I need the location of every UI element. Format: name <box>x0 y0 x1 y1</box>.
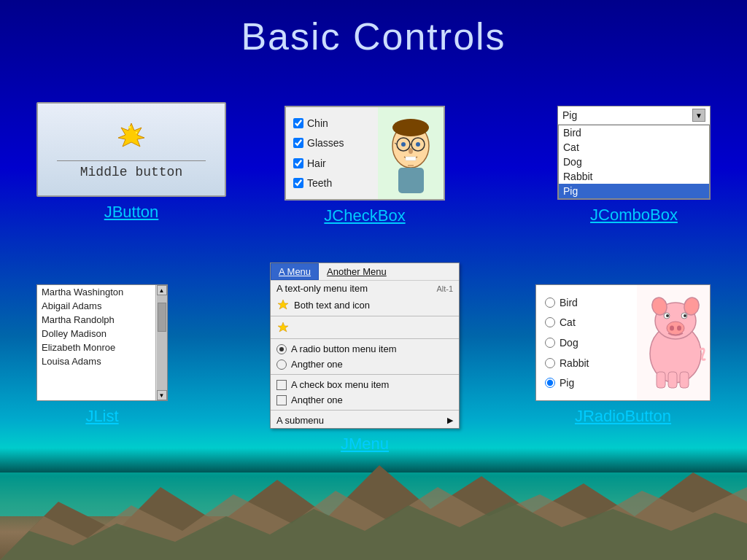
combobox-selected-value: Pig <box>562 109 577 121</box>
submenu-arrow-icon: ▶ <box>447 416 453 425</box>
radio-dog-label: Dog <box>560 337 578 349</box>
jlist-caption[interactable]: JList <box>36 407 168 426</box>
checkbox-hair[interactable]: Hair <box>293 158 371 169</box>
checkbox-hair-label: Hair <box>307 158 326 169</box>
button-label: Middle button <box>57 160 206 179</box>
checkbox-teeth-label: Teeth <box>307 177 332 189</box>
list-item[interactable]: Martha Washington <box>37 285 155 299</box>
svg-point-30 <box>666 314 669 317</box>
scroll-down-button[interactable]: ▼ <box>157 390 167 400</box>
radio-rabbit-input[interactable] <box>545 358 555 368</box>
scroll-thumb[interactable] <box>158 303 166 332</box>
jmenu-section: A Menu Another Menu A text-only menu ite… <box>270 262 460 454</box>
svg-point-27 <box>677 326 681 331</box>
svg-point-14 <box>416 142 420 147</box>
jmenu-caption[interactable]: JMenu <box>270 435 460 454</box>
radio-pig-input[interactable] <box>545 378 555 388</box>
radio-bird[interactable]: Bird <box>545 297 628 308</box>
menu-item-label: A radio button menu item <box>291 343 397 354</box>
menu-radio-checked <box>276 344 287 354</box>
menu-separator-3 <box>271 374 459 375</box>
menu-item-submenu[interactable]: A submenu ▶ <box>271 413 459 428</box>
menu-item-label: Both text and icon <box>294 300 370 311</box>
combobox-arrow-button[interactable]: ▼ <box>692 109 705 122</box>
menu-item-icon-text[interactable]: Both text and icon <box>271 296 459 314</box>
radio-bird-label: Bird <box>560 297 578 308</box>
menu-item-text-only[interactable]: A text-only menu item Alt-1 <box>271 281 459 296</box>
checkbox-chin[interactable]: Chin <box>293 117 371 129</box>
list-item[interactable]: Martha Randolph <box>37 313 155 327</box>
jlist-section: Martha Washington Abigail Adams Martha R… <box>36 284 168 426</box>
checkbox-teeth[interactable]: Teeth <box>293 177 371 189</box>
menu-separator-2 <box>271 338 459 339</box>
menu-item-checkbox-1[interactable]: A check box menu item <box>271 377 459 392</box>
radio-dog[interactable]: Dog <box>545 337 628 349</box>
radio-pig-label: Pig <box>560 377 574 389</box>
menu-bar: A Menu Another Menu <box>271 263 459 281</box>
menu-checkbox-1 <box>276 380 287 390</box>
jcheckbox-widget: Chin Glasses Hair Teeth <box>285 106 445 201</box>
jlist-scrollbar[interactable]: ▲ ▼ <box>155 285 167 400</box>
svg-point-8 <box>392 119 429 136</box>
jcheckbox-caption[interactable]: JCheckBox <box>285 206 445 225</box>
jcheckbox-section: Chin Glasses Hair Teeth <box>285 106 445 225</box>
scroll-up-button[interactable]: ▲ <box>157 285 167 295</box>
menu-shortcut: Alt-1 <box>436 284 453 293</box>
pig-svg <box>639 288 708 397</box>
menu-item-label: A check box menu item <box>291 379 389 390</box>
menu-bar-item-anothermenu[interactable]: Another Menu <box>319 263 395 280</box>
list-item[interactable]: Louisa Adams <box>37 354 155 368</box>
combobox-header[interactable]: Pig ▼ <box>558 106 710 125</box>
menu-item-label: Anqther one <box>291 394 343 405</box>
svg-rect-32 <box>657 372 665 388</box>
menu-radio-unchecked <box>276 359 287 370</box>
jbutton-section: Middle button JButton <box>36 102 226 222</box>
jbutton-caption[interactable]: JButton <box>36 203 226 222</box>
checkbox-hair-input[interactable] <box>293 158 303 168</box>
checkbox-chin-input[interactable] <box>293 118 303 128</box>
radio-pig[interactable]: Pig <box>545 377 628 389</box>
star-icon <box>115 120 148 153</box>
radio-rabbit[interactable]: Rabbit <box>545 357 628 369</box>
svg-rect-18 <box>398 168 424 193</box>
checkbox-chin-label: Chin <box>307 117 328 129</box>
menu-checkbox-2 <box>276 395 287 405</box>
menu-bar-item-amenu[interactable]: A Menu <box>271 263 319 280</box>
svg-rect-16 <box>406 157 416 160</box>
jlist-items: Martha Washington Abigail Adams Martha R… <box>37 285 155 400</box>
combobox-option-bird[interactable]: Bird <box>559 125 709 140</box>
checkbox-teeth-input[interactable] <box>293 178 303 188</box>
radio-dog-input[interactable] <box>545 338 555 348</box>
jcombobox-caption[interactable]: JComboBox <box>557 206 711 225</box>
radio-bird-input[interactable] <box>545 298 555 308</box>
combobox-dropdown: Bird Cat Dog Rabbit Pig <box>558 125 710 199</box>
menu-item-radio-unchecked[interactable]: Angther one <box>271 357 459 372</box>
cartoon-face <box>378 107 444 199</box>
menu-item-radio-checked[interactable]: A radio button menu item <box>271 341 459 357</box>
combobox-option-cat[interactable]: Cat <box>559 140 709 155</box>
svg-point-31 <box>684 314 686 317</box>
radio-cat[interactable]: Cat <box>545 316 628 328</box>
menu-item-icon-only[interactable] <box>271 319 459 336</box>
menu-star-icon <box>276 298 290 311</box>
combobox-option-pig[interactable]: Pig <box>559 184 709 198</box>
list-item[interactable]: Dolley Madison <box>37 327 155 341</box>
radio-cat-label: Cat <box>560 316 576 328</box>
menu-item-label: A submenu <box>276 415 324 426</box>
checkbox-glasses-input[interactable] <box>293 138 303 148</box>
svg-point-15 <box>409 148 413 154</box>
combobox-option-dog[interactable]: Dog <box>559 155 709 169</box>
scroll-track[interactable] <box>157 295 167 390</box>
menu-item-checkbox-2[interactable]: Anqther one <box>271 392 459 408</box>
jbutton-widget[interactable]: Middle button <box>36 102 226 197</box>
jradio-section: Bird Cat Dog Rabbit Pig <box>535 284 711 426</box>
radio-cat-input[interactable] <box>545 317 555 327</box>
jradio-caption[interactable]: JRadioButton <box>535 407 711 426</box>
checkbox-glasses[interactable]: Glasses <box>293 137 371 149</box>
list-item[interactable]: Elizabeth Monroe <box>37 341 155 354</box>
svg-rect-34 <box>680 372 689 388</box>
jcombobox-widget[interactable]: Pig ▼ Bird Cat Dog Rabbit Pig <box>557 106 711 200</box>
combobox-option-rabbit[interactable]: Rabbit <box>559 169 709 184</box>
mountain-background <box>0 443 747 560</box>
list-item[interactable]: Abigail Adams <box>37 299 155 313</box>
